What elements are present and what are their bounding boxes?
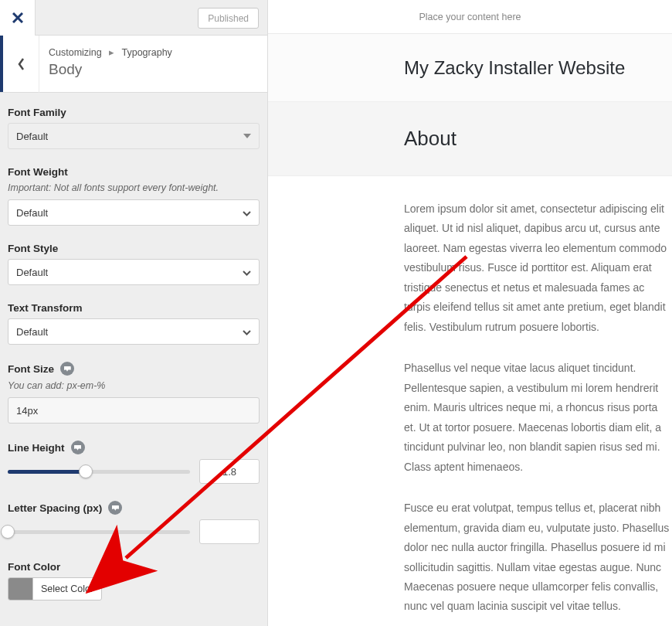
font-weight-hint: Important: Not all fonts support every f… — [8, 182, 260, 193]
font-weight-value: Default — [16, 207, 48, 219]
slider-thumb[interactable] — [1, 525, 15, 539]
accent-stripe — [0, 36, 3, 92]
dropdown-caret-icon — [243, 134, 251, 138]
font-weight-label: Font Weight — [8, 166, 260, 178]
slider-thumb[interactable] — [79, 464, 93, 478]
font-color-control: Font Color Select Color — [8, 561, 260, 602]
controls-area: Font Family Default Font Weight Importan… — [0, 93, 267, 602]
letter-spacing-label-text: Letter Spacing (px) — [8, 502, 102, 514]
back-button[interactable] — [3, 36, 39, 93]
customizer-titlebar: Customizing ▸ Typography Body — [0, 36, 267, 93]
font-family-select[interactable]: Default — [8, 123, 260, 149]
line-height-slider[interactable] — [8, 461, 190, 482]
line-height-label-text: Line Height — [8, 442, 65, 454]
font-color-label: Font Color — [8, 561, 260, 573]
chevron-left-icon — [17, 57, 25, 71]
page-title: About — [404, 127, 456, 151]
font-family-control: Font Family Default — [8, 107, 260, 149]
breadcrumb-level-1: Customizing — [49, 47, 102, 58]
letter-spacing-control: Letter Spacing (px) — [8, 501, 260, 544]
site-title[interactable]: My Zacky Installer Website — [404, 57, 625, 79]
color-swatch — [8, 578, 33, 600]
customizer-panel: Published Customizing ▸ Typography Body … — [0, 0, 268, 626]
text-transform-select[interactable]: Default — [8, 318, 260, 345]
breadcrumb-level-2: Typography — [122, 47, 172, 58]
chevron-down-icon — [243, 267, 251, 278]
close-icon — [12, 12, 23, 23]
line-height-number-input[interactable]: 1.8 — [199, 459, 260, 484]
letter-spacing-slider[interactable] — [8, 521, 190, 543]
publish-status-label: Published — [208, 13, 249, 24]
customizer-topbar: Published — [0, 0, 267, 36]
font-style-label: Font Style — [8, 243, 260, 254]
site-header: My Zacky Installer Website — [268, 34, 672, 102]
font-weight-select[interactable]: Default — [8, 199, 260, 226]
font-color-button-label: Select Color — [33, 583, 101, 594]
close-button[interactable] — [0, 0, 36, 36]
letter-spacing-number-input[interactable] — [199, 519, 260, 544]
page-header: About — [268, 102, 672, 176]
letter-spacing-label: Letter Spacing (px) — [8, 501, 260, 515]
font-size-label: Font Size — [8, 362, 260, 376]
text-transform-label: Text Transform — [8, 302, 260, 314]
section-title: Body — [49, 61, 172, 78]
text-transform-value: Default — [16, 326, 48, 338]
info-icon[interactable] — [60, 362, 74, 376]
publish-status-button[interactable]: Published — [198, 8, 259, 29]
font-size-control: Font Size You can add: px-em-% 14px — [8, 362, 260, 424]
font-size-value: 14px — [16, 405, 38, 417]
font-style-control: Font Style Default — [8, 243, 260, 285]
page-content: Lorem ipsum dolor sit amet, consectetur … — [268, 176, 672, 617]
text-transform-control: Text Transform Default — [8, 302, 260, 345]
info-icon[interactable] — [71, 441, 85, 454]
breadcrumb: Customizing ▸ Typography — [49, 46, 172, 58]
breadcrumb-separator: ▸ — [109, 47, 114, 58]
site-preview: Place your content here My Zacky Install… — [268, 0, 672, 626]
font-size-label-text: Font Size — [8, 363, 54, 375]
font-family-value: Default — [16, 131, 48, 142]
info-icon[interactable] — [108, 501, 122, 515]
font-color-picker-button[interactable]: Select Color — [8, 577, 102, 600]
preview-notice: Place your content here — [268, 0, 672, 34]
font-size-hint: You can add: px-em-% — [8, 380, 260, 391]
font-family-label: Font Family — [8, 107, 260, 118]
font-style-select[interactable]: Default — [8, 259, 260, 285]
font-weight-control: Font Weight Important: Not all fonts sup… — [8, 166, 260, 226]
font-size-input[interactable]: 14px — [8, 397, 260, 424]
line-height-label: Line Height — [8, 441, 260, 454]
font-style-value: Default — [16, 267, 48, 278]
content-paragraph: Phasellus vel neque vitae lacus aliquet … — [404, 359, 672, 477]
line-height-value: 1.8 — [222, 466, 236, 478]
chevron-down-icon — [243, 207, 251, 219]
chevron-down-icon — [243, 326, 251, 338]
line-height-control: Line Height 1.8 — [8, 441, 260, 484]
content-paragraph: Lorem ipsum dolor sit amet, consectetur … — [404, 199, 672, 337]
content-paragraph: Fusce eu erat volutpat, tempus tellus et… — [404, 498, 672, 617]
